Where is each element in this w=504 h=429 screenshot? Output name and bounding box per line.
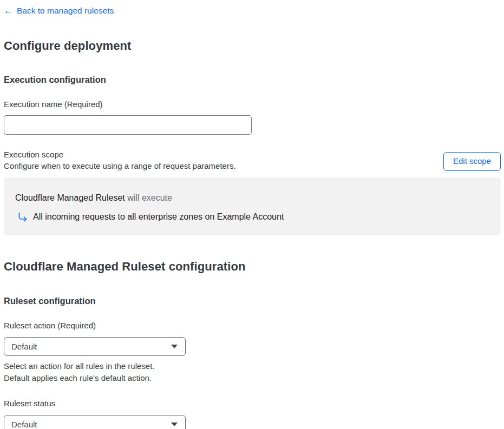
configure-deployment-page: ← Back to managed rulesets Configure dep…: [0, 0, 504, 429]
page-title: Configure deployment: [4, 38, 501, 54]
execution-scope-description: Configure when to execute using a range …: [4, 160, 236, 171]
chevron-down-icon: [171, 423, 178, 426]
branch-arrow-icon: [17, 212, 28, 222]
scope-summary-value: All incoming requests to all enterprise …: [33, 211, 284, 223]
execution-name-label: Execution name (Required): [4, 99, 501, 109]
ruleset-configuration-page-heading: Cloudflare Managed Ruleset configuration: [4, 259, 501, 274]
ruleset-action-help-line2: Default applies each rule's default acti…: [4, 372, 501, 384]
execution-name-input[interactable]: [4, 115, 252, 135]
back-arrow-icon: ←: [4, 6, 13, 15]
will-execute-text: will execute: [127, 193, 172, 202]
ruleset-action-label: Ruleset action (Required): [4, 320, 501, 331]
edit-scope-button[interactable]: Edit scope: [443, 152, 501, 171]
scope-summary-detail: All incoming requests to all enterprise …: [15, 211, 490, 223]
ruleset-status-label: Ruleset status: [4, 398, 501, 408]
chevron-down-icon: [171, 345, 178, 348]
back-link-label: Back to managed rulesets: [17, 5, 114, 16]
ruleset-name-text: Cloudflare Managed Ruleset: [15, 193, 125, 202]
back-to-managed-rulesets-link[interactable]: ← Back to managed rulesets: [4, 5, 114, 16]
ruleset-status-selected-value: Default: [11, 420, 37, 429]
scope-summary-headline: Cloudflare Managed Ruleset will execute: [15, 193, 490, 203]
execution-scope-row: Execution scope Configure when to execut…: [4, 149, 501, 171]
ruleset-action-selected-value: Default: [11, 342, 37, 351]
scope-summary-panel: Cloudflare Managed Ruleset will execute …: [4, 177, 501, 235]
execution-scope-label: Execution scope: [4, 149, 236, 160]
ruleset-action-help-line1: Select an action for all rules in the ru…: [4, 360, 501, 372]
execution-scope-text: Execution scope Configure when to execut…: [4, 149, 236, 171]
execution-configuration-heading: Execution configuration: [4, 74, 501, 85]
ruleset-status-select[interactable]: Default: [4, 415, 186, 429]
ruleset-action-select[interactable]: Default: [4, 337, 186, 356]
ruleset-configuration-subheading: Ruleset configuration: [4, 295, 501, 306]
